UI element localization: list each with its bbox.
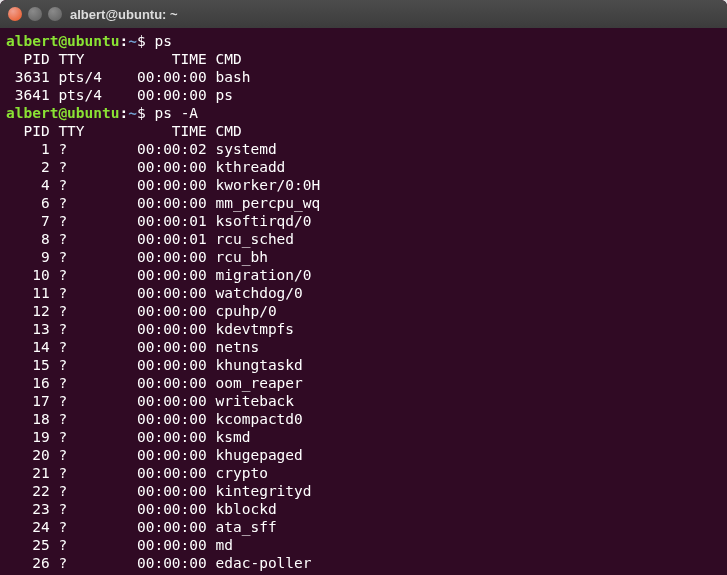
maximize-icon[interactable] — [48, 7, 62, 21]
table-row: 1 ? 00:00:02 systemd — [6, 141, 277, 157]
table-row: 26 ? 00:00:00 edac-poller — [6, 555, 312, 571]
table-row: 18 ? 00:00:00 kcompactd0 — [6, 411, 303, 427]
table-row: 12 ? 00:00:00 cpuhp/0 — [6, 303, 277, 319]
table-row: 16 ? 00:00:00 oom_reaper — [6, 375, 303, 391]
titlebar: albert@ubuntu: ~ — [0, 0, 727, 28]
window-title: albert@ubuntu: ~ — [70, 7, 178, 22]
table-row: 22 ? 00:00:00 kintegrityd — [6, 483, 312, 499]
prompt-dollar: $ — [137, 105, 146, 121]
ps-header: PID TTY TIME CMD — [6, 51, 242, 67]
prompt-userhost: albert@ubuntu — [6, 33, 120, 49]
table-row: 13 ? 00:00:00 kdevtmpfs — [6, 321, 294, 337]
prompt-path: ~ — [128, 33, 137, 49]
table-row: 2 ? 00:00:00 kthreadd — [6, 159, 285, 175]
command-input: ps -A — [154, 105, 198, 121]
terminal-viewport[interactable]: albert@ubuntu:~$ ps PID TTY TIME CMD 363… — [0, 28, 727, 575]
table-row: 9 ? 00:00:00 rcu_bh — [6, 249, 268, 265]
terminal-window: albert@ubuntu: ~ albert@ubuntu:~$ ps PID… — [0, 0, 727, 575]
prompt-path: ~ — [128, 105, 137, 121]
prompt-userhost: albert@ubuntu — [6, 105, 120, 121]
ps-header: PID TTY TIME CMD — [6, 123, 242, 139]
close-icon[interactable] — [8, 7, 22, 21]
table-row: 6 ? 00:00:00 mm_percpu_wq — [6, 195, 320, 211]
table-row: 14 ? 00:00:00 netns — [6, 339, 259, 355]
table-row: 19 ? 00:00:00 ksmd — [6, 429, 250, 445]
table-row: 3641 pts/4 00:00:00 ps — [6, 87, 233, 103]
table-row: 21 ? 00:00:00 crypto — [6, 465, 268, 481]
prompt-colon: : — [120, 105, 129, 121]
table-row: 25 ? 00:00:00 md — [6, 537, 233, 553]
table-row: 23 ? 00:00:00 kblockd — [6, 501, 277, 517]
table-row: 17 ? 00:00:00 writeback — [6, 393, 294, 409]
window-controls — [8, 7, 62, 21]
table-row: 8 ? 00:00:01 rcu_sched — [6, 231, 294, 247]
prompt-dollar: $ — [137, 33, 146, 49]
table-row: 11 ? 00:00:00 watchdog/0 — [6, 285, 303, 301]
table-row: 4 ? 00:00:00 kworker/0:0H — [6, 177, 320, 193]
table-row: 15 ? 00:00:00 khungtaskd — [6, 357, 303, 373]
table-row: 7 ? 00:00:01 ksoftirqd/0 — [6, 213, 312, 229]
minimize-icon[interactable] — [28, 7, 42, 21]
table-row: 20 ? 00:00:00 khugepaged — [6, 447, 303, 463]
table-row: 24 ? 00:00:00 ata_sff — [6, 519, 277, 535]
table-row: 3631 pts/4 00:00:00 bash — [6, 69, 250, 85]
prompt-colon: : — [120, 33, 129, 49]
command-input: ps — [154, 33, 171, 49]
table-row: 10 ? 00:00:00 migration/0 — [6, 267, 312, 283]
